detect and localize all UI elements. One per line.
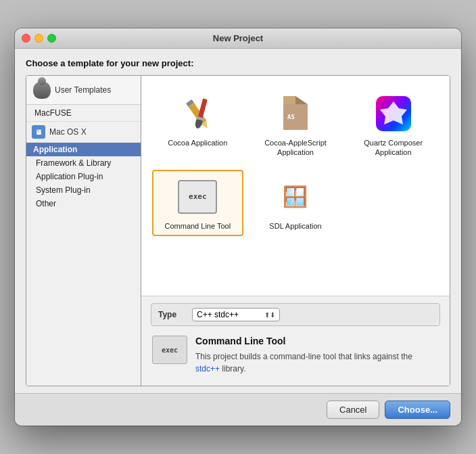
bottom-section: Type C++ stdc++ ⬆⬇ exec Command Line Too… [141,296,450,386]
mac-osx-label: Mac OS X [49,127,87,137]
template-cmdline[interactable]: exec Command Line Tool [152,170,243,236]
type-row: Type C++ stdc++ ⬆⬇ [151,303,440,326]
sidebar-item-user-templates[interactable]: User Templates [26,76,141,105]
stdc-link[interactable]: stdc++ [195,364,220,373]
cancel-button[interactable]: Cancel [327,401,379,419]
sdl-label: SDL Application [269,221,321,231]
sidebar-category-application[interactable]: Application [26,143,141,156]
type-select[interactable]: C++ stdc++ ⬆⬇ [192,308,280,321]
applescript-icon: AS [274,92,317,135]
select-arrow-icon: ⬆⬇ [264,311,275,319]
type-select-value: C++ stdc++ [197,310,239,319]
user-icon [33,81,51,99]
sidebar-item-macfuse[interactable]: MacFUSE [26,105,141,122]
sidebar-item-app-plugin[interactable]: Application Plug-in [26,170,141,183]
detail-icon: exec [152,336,187,364]
svg-rect-10 [283,96,295,104]
choose-button[interactable]: Choose... [385,401,450,419]
sdl-icon: 🪟 [274,175,317,219]
detail-description: This project builds a command-line tool … [195,350,439,375]
prompt-label: Choose a template for your new project: [26,58,450,68]
cocoa-icon [176,92,219,135]
svg-text:AS: AS [287,114,295,120]
macfuse-label: MacFUSE [34,108,72,118]
sidebar-item-system-plugin[interactable]: System Plug-in [26,183,141,197]
detail-title: Command Line Tool [195,336,439,346]
sidebar-item-mac-osx[interactable]: 🖥 Mac OS X [26,122,141,143]
maximize-button[interactable] [47,34,56,43]
titlebar: New Project [15,28,461,49]
templates-grid: Cocoa Application AS [141,76,450,296]
window-content: Choose a template for your new project: … [15,49,461,393]
template-area: Cocoa Application AS [141,76,450,386]
sidebar: User Templates MacFUSE 🖥 Mac OS X Applic… [26,76,141,386]
window-title: New Project [213,33,263,43]
template-cocoa[interactable]: Cocoa Application [152,87,243,163]
main-area: User Templates MacFUSE 🖥 Mac OS X Applic… [26,75,450,386]
minimize-button[interactable] [34,34,43,43]
quartz-icon [372,92,415,135]
sidebar-item-framework[interactable]: Framework & Library [26,156,141,170]
user-templates-label: User Templates [55,85,111,95]
sidebar-item-other[interactable]: Other [26,197,141,210]
detail-text: Command Line Tool This project builds a … [195,336,439,375]
close-button[interactable] [22,34,30,43]
cmdline-icon: exec [176,175,219,219]
footer: Cancel Choose... [15,393,461,426]
quartz-label: Quartz Composer Application [353,138,433,158]
template-applescript[interactable]: AS Cocoa-AppleScript Application [250,87,341,163]
cocoa-label: Cocoa Application [168,138,227,147]
traffic-lights [22,34,56,43]
new-project-window: New Project Choose a template for your n… [15,28,461,426]
mac-osx-icon: 🖥 [32,125,45,139]
template-quartz[interactable]: Quartz Composer Application [348,87,439,163]
detail-area: exec Command Line Tool This project buil… [151,333,440,379]
applescript-label: Cocoa-AppleScript Application [256,138,336,158]
type-label: Type [158,310,185,319]
svg-marker-9 [295,96,308,104]
cmdline-label: Command Line Tool [165,221,231,231]
svg-rect-4 [198,98,208,119]
template-sdl[interactable]: 🪟 SDL Application [250,170,341,236]
